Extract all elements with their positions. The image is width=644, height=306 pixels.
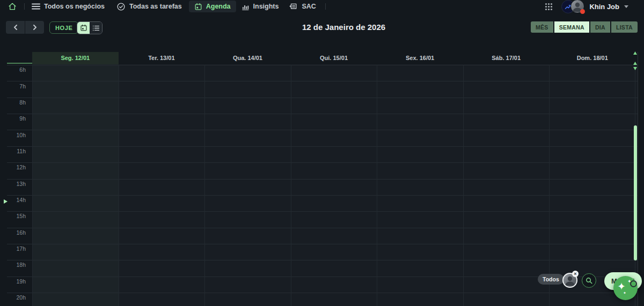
fab-ring-icon (630, 280, 637, 287)
nav-tasks[interactable]: Todas as tarefas (116, 1, 182, 12)
hour-label: 10h (0, 132, 26, 138)
list-view-icon (92, 25, 100, 32)
display-mode-toggle (77, 21, 103, 34)
view-month-button[interactable]: MÊS (531, 21, 553, 33)
check-circle-icon (116, 2, 126, 11)
scrollbar-track-border (638, 52, 638, 306)
hour-label: 17h (0, 245, 26, 252)
nav-agenda-label: Agenda (206, 1, 231, 12)
next-button[interactable] (25, 21, 44, 34)
ai-fab-button[interactable]: ✦ ✦ ✦ (613, 276, 638, 300)
home-button[interactable] (8, 2, 17, 11)
day-header-fri[interactable]: Sex. 16/01 (377, 52, 463, 64)
page-title: 12 de Janeiro de 2026 (302, 23, 385, 32)
view-week-button[interactable]: SEMANA (554, 21, 589, 33)
nav-insights[interactable]: Insights (241, 1, 279, 12)
column-gridlines (32, 65, 635, 306)
hour-label: 11h (0, 148, 26, 154)
filter-todos-pill[interactable]: Todos (538, 274, 564, 285)
close-icon[interactable]: × (572, 271, 579, 277)
day-header-wed[interactable]: Qua. 14/01 (204, 52, 291, 64)
search-icon (585, 277, 593, 285)
calendar-icon (194, 3, 202, 11)
hour-label: 8h (0, 99, 26, 106)
hour-label: 15h (0, 213, 26, 219)
hour-label: 9h (0, 115, 26, 122)
hour-label: 13h (0, 181, 26, 187)
prev-button[interactable] (6, 21, 25, 34)
day-header-mon[interactable]: Seg. 12/01 (32, 52, 119, 64)
calendar-view-button[interactable] (77, 22, 90, 34)
agenda-screen: Todos os negócios Todas as tarefas Agend… (0, 0, 644, 306)
hour-label: 6h (0, 66, 26, 73)
hour-label: 7h (0, 83, 26, 89)
user-avatar[interactable] (570, 0, 584, 13)
notification-badge (580, 9, 585, 14)
time-marker-icon (4, 199, 8, 204)
hour-label: 16h (0, 229, 26, 236)
day-header-sun[interactable]: Dom. 18/01 (549, 52, 635, 64)
hour-label: 12h (0, 164, 26, 170)
gutter-accent-line (7, 63, 32, 64)
nav-sac[interactable]: SAC (289, 1, 316, 12)
nav-tasks-label: Todas as tarefas (129, 1, 182, 12)
today-button[interactable]: HOJE (49, 21, 78, 34)
view-day-button[interactable]: DIA (590, 21, 610, 33)
user-name[interactable]: Khin Job (589, 3, 619, 11)
nav-deals-label: Todos os negócios (44, 1, 105, 12)
chat-icon (289, 2, 298, 11)
bar-chart-icon (241, 3, 250, 11)
hour-label: 19h (0, 278, 26, 285)
sparkle-icon: ✦ (623, 291, 626, 295)
nav-insights-label: Insights (253, 1, 279, 12)
home-icon (8, 2, 17, 11)
scrollbar-thumb[interactable] (634, 125, 637, 260)
hour-label: 20h (0, 294, 26, 301)
view-range-buttons: MÊS SEMANA DIA LISTA (531, 21, 638, 33)
date-nav-arrows (6, 21, 44, 34)
chevron-left-icon (13, 25, 18, 30)
day-header-row: Seg. 12/01 Ter. 13/01 Qua. 14/01 Qui. 15… (32, 52, 635, 64)
view-list-button[interactable]: LISTA (611, 21, 638, 33)
topbar-divider (325, 3, 326, 10)
hamburger-icon (32, 3, 40, 10)
calendar-view-icon (80, 24, 87, 32)
apps-grid-button[interactable] (544, 2, 553, 11)
topbar-right: Khin Job (544, 0, 628, 13)
list-view-button[interactable] (90, 22, 102, 34)
day-header-thu[interactable]: Qui. 15/01 (291, 52, 377, 64)
chevron-right-icon (33, 25, 37, 30)
nav-agenda[interactable]: Agenda (189, 1, 236, 12)
nav-deals[interactable]: Todos os negócios (32, 1, 105, 12)
topbar-divider (24, 3, 25, 10)
nav-sac-label: SAC (302, 1, 316, 12)
apps-grid-icon (545, 3, 553, 11)
day-header-sat[interactable]: Sáb. 17/01 (463, 52, 550, 64)
chevron-down-icon[interactable] (624, 5, 628, 8)
day-header-tue[interactable]: Ter. 13/01 (119, 52, 205, 64)
search-button[interactable] (582, 273, 596, 288)
topbar: Todos os negócios Todas as tarefas Agend… (0, 0, 644, 13)
hour-label: 18h (0, 262, 26, 268)
